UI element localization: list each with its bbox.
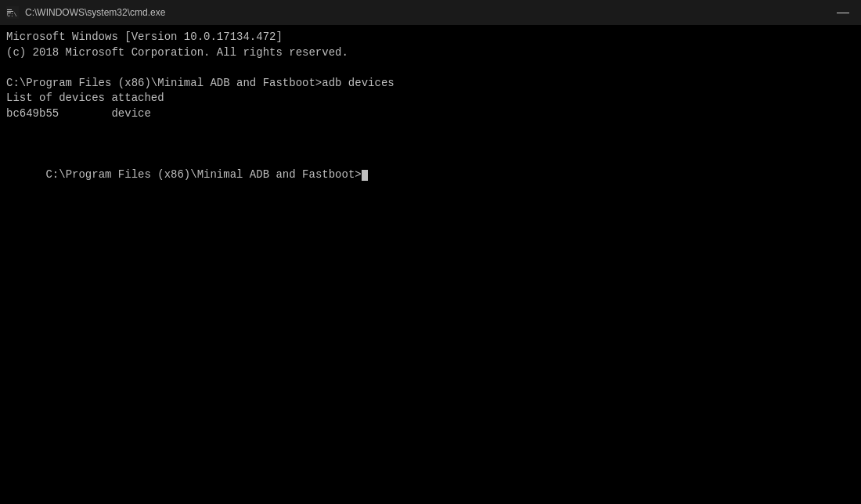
title-bar: C:\ C:\WINDOWS\system32\cmd.exe — — [0, 0, 861, 25]
svg-rect-1 — [7, 9, 12, 10]
terminal-body[interactable]: Microsoft Windows [Version 10.0.17134.47… — [0, 25, 861, 504]
terminal-line-empty — [6, 137, 855, 153]
terminal-line: (c) 2018 Microsoft Corporation. All righ… — [6, 45, 855, 61]
terminal-line: C:\Program Files (x86)\Minimal ADB and F… — [6, 76, 855, 92]
terminal-cursor — [362, 170, 368, 181]
cmd-window: C:\ C:\WINDOWS\system32\cmd.exe — Micros… — [0, 0, 861, 504]
terminal-prompt: C:\Program Files (x86)\Minimal ADB and F… — [45, 168, 361, 181]
svg-text:C:\: C:\ — [7, 12, 17, 18]
terminal-prompt-line: C:\Program Files (x86)\Minimal ADB and F… — [6, 153, 855, 199]
terminal-line: Microsoft Windows [Version 10.0.17134.47… — [6, 30, 855, 45]
cmd-icon: C:\ — [6, 6, 19, 19]
title-bar-controls: — — [825, 0, 861, 25]
terminal-line: List of devices attached — [6, 91, 855, 106]
terminal-line: bc649b55 device — [6, 106, 855, 122]
terminal-line-empty — [6, 60, 855, 76]
window-title: C:\WINDOWS\system32\cmd.exe — [25, 7, 855, 18]
minimize-button[interactable]: — — [825, 0, 861, 25]
terminal-line-empty — [6, 122, 855, 138]
